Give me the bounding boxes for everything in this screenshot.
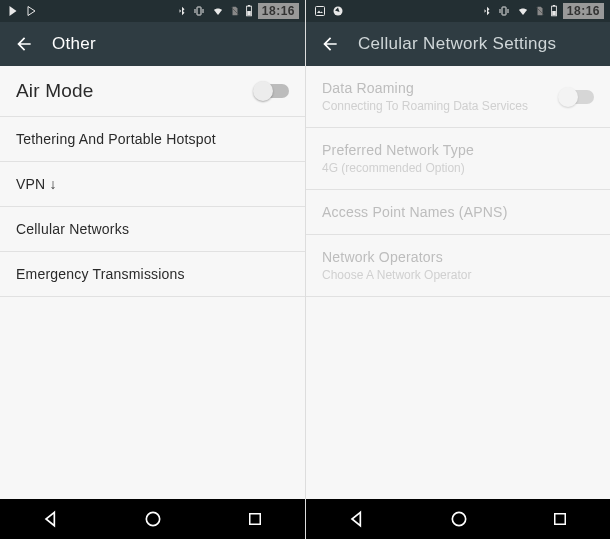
vibrate-icon <box>497 5 511 17</box>
svg-rect-8 <box>502 7 506 15</box>
settings-list: Air Mode Tethering And Portable Hotspot … <box>0 66 305 499</box>
status-clock: 18:16 <box>563 3 604 19</box>
row-sublabel: Connecting To Roaming Data Services <box>322 99 560 113</box>
app-bar: Other <box>0 22 305 66</box>
row-label: Network Operators <box>322 249 594 265</box>
row-label: Preferred Network Type <box>322 142 594 158</box>
svg-rect-10 <box>553 5 555 6</box>
row-sublabel: Choose A Network Operator <box>322 268 594 282</box>
nav-recent-button[interactable] <box>246 510 264 528</box>
svg-rect-13 <box>555 514 566 525</box>
svg-point-4 <box>147 512 160 525</box>
air-mode-toggle[interactable] <box>255 84 289 98</box>
nav-back-button[interactable] <box>41 509 61 529</box>
no-sim-icon <box>230 5 240 17</box>
nav-home-button[interactable] <box>449 509 469 529</box>
row-sublabel: 4G (recommended Option) <box>322 161 594 175</box>
play-store-icon <box>8 5 20 17</box>
row-label: Access Point Names (APNS) <box>322 204 594 220</box>
row-label: Emergency Transmissions <box>16 266 289 282</box>
data-roaming-toggle[interactable] <box>560 90 594 104</box>
row-air-mode[interactable]: Air Mode <box>0 66 305 117</box>
row-label: Tethering And Portable Hotspot <box>16 131 289 147</box>
nav-back-button[interactable] <box>347 509 367 529</box>
battery-icon <box>245 5 253 17</box>
bluetooth-icon <box>482 5 492 17</box>
row-network-operators[interactable]: Network Operators Choose A Network Opera… <box>306 235 610 297</box>
wifi-icon <box>516 5 530 17</box>
nav-recent-button[interactable] <box>551 510 569 528</box>
svg-rect-5 <box>250 514 261 525</box>
battery-icon <box>550 5 558 17</box>
svg-rect-2 <box>248 5 250 6</box>
play-outline-icon <box>26 5 38 17</box>
row-label: Data Roaming <box>322 80 560 96</box>
screenshot-icon <box>314 5 326 17</box>
nav-bar <box>306 499 610 539</box>
no-sim-icon <box>535 5 545 17</box>
row-label: Air Mode <box>16 80 255 102</box>
row-tethering[interactable]: Tethering And Portable Hotspot <box>0 117 305 162</box>
nav-bar <box>0 499 305 539</box>
row-label: Cellular Networks <box>16 221 289 237</box>
bluetooth-icon <box>177 5 187 17</box>
status-clock: 18:16 <box>258 3 299 19</box>
row-label: VPN ↓ <box>16 176 289 192</box>
nav-home-button[interactable] <box>143 509 163 529</box>
back-button[interactable] <box>14 34 34 54</box>
row-preferred-network[interactable]: Preferred Network Type 4G (recommended O… <box>306 128 610 190</box>
back-button[interactable] <box>320 34 340 54</box>
svg-rect-11 <box>552 11 556 15</box>
page-title: Other <box>52 34 96 54</box>
status-bar: 18:16 <box>306 0 610 22</box>
settings-list: Data Roaming Connecting To Roaming Data … <box>306 66 610 499</box>
page-title: Cellular Network Settings <box>358 34 556 54</box>
status-bar: 18:16 <box>0 0 305 22</box>
row-vpn[interactable]: VPN ↓ <box>0 162 305 207</box>
wifi-icon <box>211 5 225 17</box>
row-data-roaming[interactable]: Data Roaming Connecting To Roaming Data … <box>306 66 610 128</box>
phone-left: 18:16 Other Air Mode Tethering And Porta… <box>0 0 305 539</box>
svg-point-12 <box>452 512 465 525</box>
svg-rect-6 <box>316 7 325 16</box>
svg-rect-0 <box>197 7 201 15</box>
row-emergency[interactable]: Emergency Transmissions <box>0 252 305 297</box>
app-bar: Cellular Network Settings <box>306 22 610 66</box>
phone-right: 18:16 Cellular Network Settings Data Roa… <box>305 0 610 539</box>
vibrate-icon <box>192 5 206 17</box>
row-apn[interactable]: Access Point Names (APNS) <box>306 190 610 235</box>
row-cellular-networks[interactable]: Cellular Networks <box>0 207 305 252</box>
location-icon <box>332 5 344 17</box>
svg-rect-3 <box>247 11 251 15</box>
